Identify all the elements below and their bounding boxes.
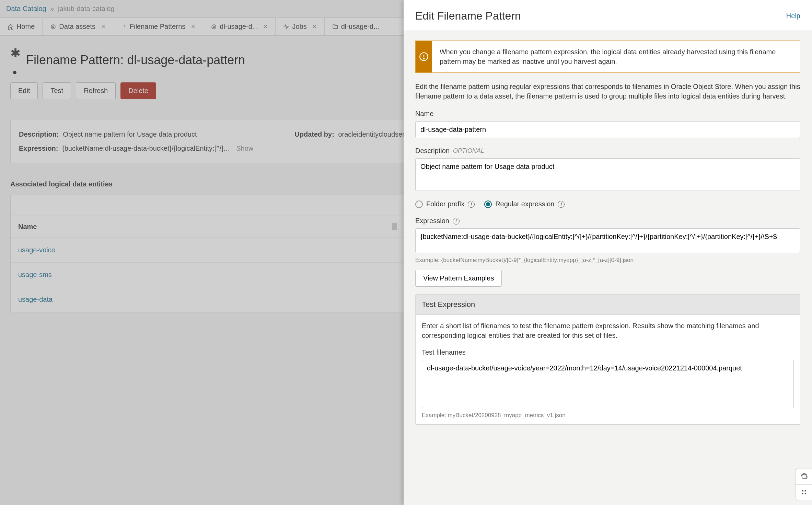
delete-button[interactable]: Delete	[120, 82, 156, 99]
svg-rect-11	[804, 493, 806, 494]
svg-point-0	[51, 25, 55, 29]
pattern-type-radio-group: Folder prefix i Regular expression i	[415, 200, 800, 208]
expression-label: Expression i	[415, 217, 800, 225]
warning-text: When you change a filename pattern expre…	[432, 41, 800, 72]
target-icon	[50, 24, 56, 30]
edit-pattern-panel: Edit Filename Pattern Help When you chan…	[404, 0, 812, 505]
refresh-button[interactable]: Refresh	[76, 82, 116, 99]
support-widget[interactable]	[796, 469, 812, 500]
test-filenames-example: Example: myBucket/20200928_myapp_metrics…	[422, 412, 794, 419]
tab-label: dl-usage-d...	[341, 23, 379, 31]
test-expression-section: Test Expression Enter a short list of fi…	[415, 294, 800, 425]
description-key: Description:	[19, 130, 59, 138]
close-icon[interactable]: ✕	[191, 23, 195, 30]
folder-icon	[332, 24, 338, 30]
edit-button[interactable]: Edit	[10, 82, 38, 99]
tab-home[interactable]: Home	[0, 18, 43, 35]
target-icon	[211, 24, 217, 30]
breadcrumb-root[interactable]: Data Catalog	[6, 5, 46, 12]
sort-indicator-icon	[392, 223, 397, 230]
tab-label: dl-usage-d...	[220, 23, 258, 31]
tab-filename-patterns[interactable]: .* Filename Patterns ✕	[113, 18, 203, 35]
tab-label: Filename Patterns	[130, 23, 185, 31]
regex-icon: .*	[121, 24, 127, 30]
svg-rect-9	[804, 490, 806, 491]
radio-unchecked-icon	[415, 200, 423, 208]
view-examples-button[interactable]: View Pattern Examples	[415, 270, 502, 287]
tab-data-assets[interactable]: Data assets ✕	[43, 18, 113, 35]
star-icon: ✱	[10, 46, 21, 60]
close-icon[interactable]: ✕	[312, 23, 317, 30]
svg-point-7	[802, 474, 806, 479]
warning-callout: When you change a filename pattern expre…	[415, 41, 800, 73]
radio-checked-icon	[484, 200, 492, 208]
entity-link[interactable]: usage-sms	[18, 271, 52, 278]
info-icon[interactable]: i	[558, 201, 565, 208]
svg-point-3	[213, 26, 215, 27]
description-label-text: Description	[415, 147, 450, 155]
svg-rect-10	[802, 493, 803, 494]
test-button[interactable]: Test	[43, 82, 71, 99]
tab-label: Jobs	[292, 23, 306, 31]
description-input[interactable]	[415, 158, 800, 191]
test-filenames-input[interactable]	[422, 360, 794, 408]
warning-icon	[416, 41, 432, 72]
page-title: Filename Pattern: dl-usage-data-pattern	[26, 53, 245, 67]
tab-dl-usage-2[interactable]: dl-usage-d...	[325, 18, 387, 35]
description-value: Object name pattern for Usage data produ…	[63, 130, 197, 138]
info-icon[interactable]: i	[453, 218, 460, 225]
radio-folder-prefix[interactable]: Folder prefix i	[415, 200, 475, 208]
svg-rect-8	[802, 490, 803, 491]
expression-input[interactable]	[415, 228, 800, 253]
col-name[interactable]: Name	[11, 216, 406, 238]
expression-example: Example: {bucketName:myBucket}/[0-9]*_{l…	[415, 257, 800, 264]
name-label: Name	[415, 110, 800, 118]
grid-icon[interactable]	[796, 485, 812, 500]
info-icon[interactable]: i	[468, 201, 475, 208]
name-input[interactable]	[415, 121, 800, 138]
optional-badge: OPTIONAL	[453, 147, 484, 154]
expression-value: {bucketName:dl-usage-data-bucket}/{logic…	[62, 145, 230, 152]
svg-point-2	[212, 25, 216, 29]
description-label: Description OPTIONAL	[415, 147, 800, 155]
status-dot-icon	[13, 71, 16, 74]
tab-jobs[interactable]: Jobs ✕	[276, 18, 324, 35]
help-link[interactable]: Help	[786, 12, 800, 20]
breadcrumb-current: jakub-data-catalog	[58, 5, 115, 12]
close-icon[interactable]: ✕	[263, 23, 268, 30]
test-description: Enter a short list of filenames to test …	[422, 321, 794, 340]
close-icon[interactable]: ✕	[101, 23, 105, 30]
svg-point-6	[424, 58, 424, 59]
home-icon	[8, 24, 14, 30]
pulse-icon	[283, 24, 289, 30]
breadcrumb-sep: »	[50, 5, 54, 12]
radio-regular-expression[interactable]: Regular expression i	[484, 200, 565, 208]
tab-label: Data assets	[59, 23, 95, 31]
tab-label: Home	[16, 23, 35, 31]
col-name-label: Name	[18, 223, 37, 230]
expression-key: Expression:	[19, 145, 58, 152]
show-link[interactable]: Show	[236, 145, 253, 152]
entity-link[interactable]: usage-data	[18, 296, 53, 303]
chat-icon[interactable]	[796, 469, 812, 484]
panel-intro: Edit the filename pattern using regular …	[415, 82, 800, 101]
expression-label-text: Expression	[415, 217, 449, 225]
test-expression-header: Test Expression	[416, 295, 800, 315]
radio-folder-label: Folder prefix	[426, 200, 464, 208]
radio-regex-label: Regular expression	[495, 200, 554, 208]
tab-dl-usage-1[interactable]: dl-usage-d... ✕	[203, 18, 276, 35]
updated-by-key: Updated by:	[294, 130, 334, 138]
panel-title: Edit Filename Pattern	[415, 10, 521, 22]
entity-link[interactable]: usage-voice	[18, 246, 55, 254]
test-filenames-label: Test filenames	[422, 348, 794, 356]
svg-point-1	[53, 26, 54, 27]
